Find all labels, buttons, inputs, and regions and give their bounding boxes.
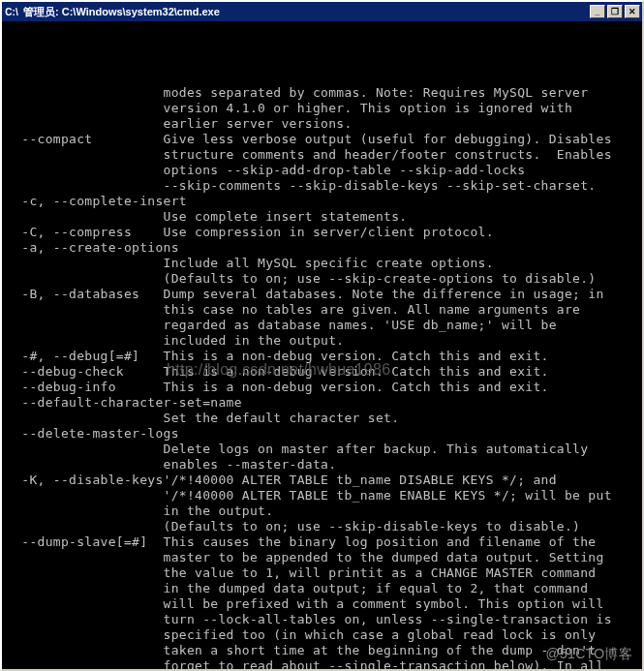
terminal-line: turn --lock-all-tables on, unless --sing… xyxy=(6,612,638,627)
terminal-line: --delete-master-logs xyxy=(6,426,638,442)
terminal-line: options --skip-add-drop-table --skip-add… xyxy=(6,163,638,178)
terminal-line: this case no tables are given. All name … xyxy=(6,302,638,318)
close-button[interactable]: ✕ xyxy=(625,5,640,18)
terminal-line: --default-character-set=name xyxy=(6,395,638,411)
terminal-line: taken a short time at the beginning of t… xyxy=(6,643,638,658)
terminal-output[interactable]: http://blog.csdn.net/hwhua1986 @51CTO博客 … xyxy=(2,21,642,669)
terminal-line: the value to 1, will printit as a CHANGE… xyxy=(6,565,638,581)
titlebar[interactable]: C:\ 管理员: C:\Windows\system32\cmd.exe _ ❐… xyxy=(2,2,642,21)
terminal-line: version 4.1.0 or higher. This option is … xyxy=(6,101,638,116)
terminal-line: included in the output. xyxy=(6,333,638,349)
terminal-line: structure comments and header/footer con… xyxy=(6,147,638,163)
terminal-line: -B, --databases Dump several databases. … xyxy=(6,287,638,302)
terminal-line: --dump-slave[=#] This causes the binary … xyxy=(6,534,638,550)
app-icon: C:\ xyxy=(4,4,19,19)
window-controls: _ ❐ ✕ xyxy=(590,5,640,18)
terminal-line: regarded as database names. 'USE db_name… xyxy=(6,318,638,333)
terminal-line: -C, --compress Use compression in server… xyxy=(6,225,638,240)
terminal-line: '/*!40000 ALTER TABLE tb_name ENABLE KEY… xyxy=(6,488,638,503)
terminal-line: in the output. xyxy=(6,503,638,519)
terminal-line: forget to read about --single-transactio… xyxy=(6,658,638,669)
cmd-window: C:\ 管理员: C:\Windows\system32\cmd.exe _ ❐… xyxy=(0,0,644,671)
terminal-line: Use complete insert statements. xyxy=(6,209,638,225)
terminal-line: master to be appended to the dumped data… xyxy=(6,550,638,565)
terminal-line: (Defaults to on; use --skip-disable-keys… xyxy=(6,519,638,534)
terminal-line: -a, --create-options xyxy=(6,240,638,256)
terminal-line: modes separated by commas. Note: Require… xyxy=(6,85,638,101)
terminal-line: Include all MySQL specific create option… xyxy=(6,256,638,271)
terminal-line: in the dumped data output; if equal to 2… xyxy=(6,581,638,596)
window-title: 管理员: C:\Windows\system32\cmd.exe xyxy=(23,5,590,19)
minimize-button[interactable]: _ xyxy=(590,5,605,18)
terminal-line: Delete logs on master after backup. This… xyxy=(6,442,638,457)
terminal-line: --debug-check This is a non-debug versio… xyxy=(6,364,638,380)
terminal-line: --compact Give less verbose output (usef… xyxy=(6,132,638,147)
terminal-line: -c, --complete-insert xyxy=(6,194,638,209)
terminal-line: (Defaults to on; use --skip-create-optio… xyxy=(6,271,638,287)
terminal-line: enables --master-data. xyxy=(6,457,638,473)
maximize-button[interactable]: ❐ xyxy=(607,5,623,18)
terminal-line: earlier server versions. xyxy=(6,116,638,132)
terminal-line: will be prefixed with a comment symbol. … xyxy=(6,596,638,612)
terminal-line: --debug-info This is a non-debug version… xyxy=(6,380,638,395)
terminal-line: specified too (in which case a global re… xyxy=(6,627,638,643)
terminal-line: -K, --disable-keys'/*!40000 ALTER TABLE … xyxy=(6,473,638,488)
terminal-line: -#, --debug[=#] This is a non-debug vers… xyxy=(6,349,638,364)
terminal-line: --skip-comments --skip-disable-keys --sk… xyxy=(6,178,638,194)
terminal-line: Set the default character set. xyxy=(6,411,638,426)
